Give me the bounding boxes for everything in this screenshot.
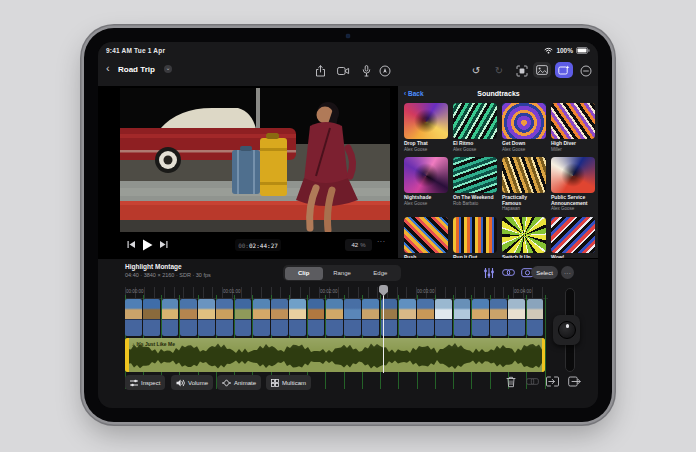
trim-handle-left[interactable]: [125, 338, 129, 372]
clip-thumbnail: [198, 299, 215, 319]
soundtrack-art[interactable]: [502, 157, 546, 193]
soundtrack-item[interactable]: Public Service AnnouncementAlex Goose: [551, 157, 595, 212]
clip-thumbnail: [125, 299, 142, 319]
timeline-clip[interactable]: [417, 299, 434, 336]
back-chevron-icon[interactable]: ‹: [106, 63, 110, 74]
timecode-hours: 00:: [238, 242, 249, 249]
soundtracks-browser-button[interactable]: [555, 62, 573, 78]
timeline-clip[interactable]: [344, 299, 361, 336]
timeline-clip[interactable]: [162, 299, 179, 336]
soundtrack-art[interactable]: [404, 103, 448, 139]
audio-clip[interactable]: ♪ It's Just Like Me: [125, 338, 545, 372]
timeline-clip[interactable]: [289, 299, 306, 336]
viewer-more-icon[interactable]: ···: [377, 238, 386, 245]
media-browser-button[interactable]: [533, 62, 551, 78]
timeline-clip[interactable]: [527, 299, 544, 336]
play-button[interactable]: [142, 239, 153, 251]
multicam-button[interactable]: Multicam: [266, 375, 311, 390]
battery-percent: 100%: [556, 47, 573, 54]
clip-thumbnail: [162, 299, 179, 319]
clip-audio-band: [198, 319, 215, 336]
clip-audio-band: [472, 319, 489, 336]
skip-forward-icon[interactable]: [159, 240, 168, 249]
trim-handle-right[interactable]: [542, 338, 546, 372]
timeline-clip[interactable]: [472, 299, 489, 336]
remove-panel-icon[interactable]: [579, 64, 593, 78]
timeline-clip[interactable]: [308, 299, 325, 336]
clip-audio-band: [362, 319, 379, 336]
extract-icon[interactable]: [526, 376, 540, 389]
clip-audio-band: [399, 319, 416, 336]
soundtrack-art[interactable]: [502, 217, 546, 253]
timeline-clip[interactable]: [399, 299, 416, 336]
timeline-clip[interactable]: [216, 299, 233, 336]
mode-range[interactable]: Range: [323, 267, 361, 280]
soundtrack-item[interactable]: Get DownAlex Goose: [502, 103, 546, 152]
select-button[interactable]: Select: [531, 266, 558, 279]
viewer-zoom-control[interactable]: 42 %: [345, 239, 372, 251]
timeline-clip[interactable]: [271, 299, 288, 336]
clip-appearance-icon[interactable]: [483, 267, 496, 279]
delete-icon[interactable]: [506, 376, 520, 389]
soundtracks-title: Soundtracks: [398, 90, 598, 97]
timeline-clip[interactable]: [235, 299, 252, 336]
soundtrack-item[interactable]: Practically FamousHapasan: [502, 157, 546, 212]
playhead[interactable]: [383, 287, 384, 373]
clip-audio-band: [143, 319, 160, 336]
inspect-button[interactable]: Inspect: [125, 375, 165, 390]
timeline-clip[interactable]: [454, 299, 471, 336]
timeline-clip[interactable]: [490, 299, 507, 336]
timeline-clip[interactable]: [508, 299, 525, 336]
soundtrack-art[interactable]: [551, 103, 595, 139]
primary-storyline[interactable]: [125, 299, 545, 336]
jog-wheel[interactable]: [553, 315, 580, 345]
soundtrack-art[interactable]: [404, 157, 448, 193]
grid-icon: [271, 379, 279, 387]
clip-audio-band: [289, 319, 306, 336]
capture-compass-icon[interactable]: [378, 64, 392, 78]
viewer-options-icon[interactable]: [515, 64, 529, 78]
timeline-clip[interactable]: [253, 299, 270, 336]
timeline-clip[interactable]: [435, 299, 452, 336]
timeline-clip[interactable]: [198, 299, 215, 336]
camera-icon[interactable]: [336, 64, 350, 78]
project-title[interactable]: Road Trip: [118, 65, 155, 74]
soundtrack-art[interactable]: [551, 217, 595, 253]
soundtrack-art[interactable]: [551, 157, 595, 193]
skip-back-icon[interactable]: [127, 240, 136, 249]
soundtrack-art[interactable]: [453, 217, 497, 253]
timeline-clip[interactable]: [326, 299, 343, 336]
clip-audio-band: [344, 319, 361, 336]
video-frame[interactable]: [120, 88, 390, 232]
soundtrack-item[interactable]: El RitmoAlex Goose: [453, 103, 497, 152]
mode-clip[interactable]: Clip: [285, 267, 323, 280]
soundtrack-art[interactable]: [404, 217, 448, 253]
timeline-more-button[interactable]: ···: [561, 266, 574, 279]
timeline-clip[interactable]: [125, 299, 142, 336]
timeline-clip[interactable]: [180, 299, 197, 336]
timeline-clip[interactable]: [143, 299, 160, 336]
share-icon[interactable]: [313, 64, 327, 78]
timeline-clip[interactable]: [362, 299, 379, 336]
soundtrack-art[interactable]: [453, 157, 497, 193]
soundtrack-item[interactable]: On The WeekendRob Barbato: [453, 157, 497, 212]
app-toolbar: ‹ Road Trip ⌄ ↺ ↻: [98, 58, 598, 86]
soundtrack-art[interactable]: [502, 103, 546, 139]
soundtrack-art[interactable]: [453, 103, 497, 139]
redo-icon[interactable]: ↻: [492, 64, 506, 78]
microphone-icon[interactable]: [359, 64, 373, 78]
soundtrack-item[interactable]: NightshadeAlex Goose: [404, 157, 448, 212]
soundtrack-item[interactable]: Drop ThatAlex Goose: [404, 103, 448, 152]
clip-audio-band: [308, 319, 325, 336]
connect-clips-icon[interactable]: [502, 267, 515, 279]
mode-edge[interactable]: Edge: [361, 267, 399, 280]
insert-clip-icon[interactable]: [546, 376, 560, 389]
undo-icon[interactable]: ↺: [469, 64, 483, 78]
timecode-display[interactable]: 00:02:44:27: [235, 239, 281, 251]
animate-button[interactable]: Animate: [217, 375, 261, 390]
soundtrack-item[interactable]: High DiverMiller: [551, 103, 595, 152]
overwrite-clip-icon[interactable]: [568, 376, 582, 389]
project-menu-chevron-icon[interactable]: ⌄: [164, 65, 172, 73]
clip-audio-band: [454, 319, 471, 336]
volume-button[interactable]: Volume: [171, 375, 213, 390]
